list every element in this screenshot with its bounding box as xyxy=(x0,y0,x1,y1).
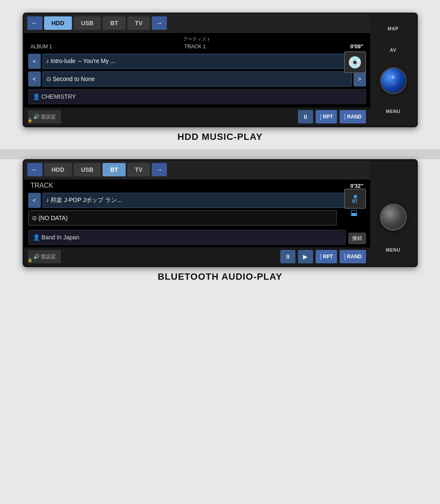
bt-volume-knob[interactable] xyxy=(380,204,407,231)
bt-track-time-row: TRACK 0′32″ xyxy=(24,179,370,190)
bt-song-title-field: ♪ 邦楽 J-POP Jポップ ラン... xyxy=(42,193,352,208)
pause-btn[interactable]: ⏸ xyxy=(298,110,313,123)
bottom-device: ← HDD USB BT TV → TRACK 0′32″ < ♪ 邦楽 J-P… xyxy=(23,159,418,267)
top-tab-bar: ← HDD USB BT TV → xyxy=(24,14,370,33)
bt-tab-left-arrow[interactable]: ← xyxy=(27,163,42,176)
volume-plus: + xyxy=(391,74,395,81)
bt-tab-tv[interactable]: TV xyxy=(127,163,150,176)
tab-left-arrow[interactable]: ← xyxy=(27,16,42,30)
bt-bottom-bar: 🔊 音設定 ⏸ ▶ RPT RAND xyxy=(24,247,370,266)
top-screen: ← HDD USB BT TV → アーティスト ALBUM 1 TRACK 1… xyxy=(24,14,370,126)
top-info-area: アーティスト ALBUM 1 TRACK 1 0′09″ xyxy=(24,33,370,51)
rand-btn[interactable]: RAND xyxy=(340,110,366,123)
top-right-panel: MAP AV + − MENU xyxy=(370,14,416,126)
song-row: < ♪ Intro-lude ～You're My ... > 💿 xyxy=(28,54,366,69)
bt-song-row: < ♪ 邦楽 J-POP Jポップ ラン... > 🖥 BT xyxy=(28,193,366,208)
tab-hdd[interactable]: HDD xyxy=(44,16,72,30)
track-info: TRACK 1 xyxy=(184,44,206,50)
tab-usb[interactable]: USB xyxy=(74,16,101,30)
bt-song-title-text: ♪ 邦楽 J-POP Jポップ ラン... xyxy=(46,197,122,204)
bt-track-rows: < ♪ 邦楽 J-POP Jポップ ラン... > 🖥 BT xyxy=(24,190,370,228)
bluetooth-symbol: ⬓ xyxy=(350,208,358,217)
bt-song-prev-btn[interactable]: < xyxy=(28,193,41,208)
map-button[interactable]: MAP xyxy=(385,24,402,33)
tab-right-arrow[interactable]: → xyxy=(152,16,167,30)
track-info-row: ALBUM 1 TRACK 1 0′09″ xyxy=(31,43,364,50)
model-text: NH2D-W625 xyxy=(28,120,50,124)
top-device: ← HDD USB BT TV → アーティスト ALBUM 1 TRACK 1… xyxy=(23,13,418,127)
bt-artist-row: 👤 Band In Japan xyxy=(28,230,346,245)
bt-time-display: 0′32″ xyxy=(338,183,364,189)
bt-tab-right-arrow[interactable]: → xyxy=(152,163,167,176)
bt-artist-connect-row: 👤 Band In Japan 接続 xyxy=(28,230,366,245)
bt-menu-button[interactable]: MENU xyxy=(382,246,403,254)
top-device-label: HDD MUSIC-PLAY xyxy=(177,131,263,142)
rpt-btn[interactable]: RPT xyxy=(316,110,337,123)
bt-artist-text: 👤 Band In Japan xyxy=(33,234,79,241)
av-button[interactable]: AV xyxy=(387,46,400,54)
bt-pause-btn[interactable]: ⏸ xyxy=(280,250,295,263)
volume-minus: − xyxy=(391,81,395,87)
bottom-tab-bar: ← HDD USB BT TV → xyxy=(24,160,370,179)
song-title-field: ♪ Intro-lude ～You're My ... xyxy=(42,54,352,69)
bottom-device-label: BLUETOOTH AUDIO-PLAY xyxy=(158,271,282,282)
divider xyxy=(0,149,440,159)
bt-box-symbol: 🖥 xyxy=(353,194,357,199)
album-row: < ⊙ Second to None > xyxy=(28,71,366,87)
bt-rand-btn[interactable]: RAND xyxy=(340,250,366,263)
tab-bt[interactable]: BT xyxy=(103,16,126,30)
track-rows: < ♪ Intro-lude ～You're My ... > 💿 < ⊙ Se… xyxy=(24,51,370,89)
time-display: 0′09″ xyxy=(338,43,363,50)
bt-model-text: NH2D-W625 xyxy=(28,260,50,264)
bt-tab-usb[interactable]: USB xyxy=(74,163,101,176)
bt-icon-area: 🖥 BT xyxy=(344,189,366,209)
top-bottom-bar: 🔊 音設定 ⏸ RPT RAND xyxy=(24,108,370,126)
tab-tv[interactable]: TV xyxy=(127,16,150,30)
bt-album-field: ⊙ (NO DATA) xyxy=(28,210,337,226)
bt-rpt-btn[interactable]: RPT xyxy=(316,250,337,263)
bottom-screen: ← HDD USB BT TV → TRACK 0′32″ < ♪ 邦楽 J-P… xyxy=(24,160,370,266)
album-title-text: ⊙ Second to None xyxy=(46,76,95,82)
bt-tab-bt[interactable]: BT xyxy=(103,163,126,176)
bt-label: BT xyxy=(352,199,358,204)
artist-label: アーティスト xyxy=(31,36,364,42)
album-next-btn[interactable]: > xyxy=(353,71,366,87)
album-prev-btn[interactable]: < xyxy=(28,71,41,87)
album-info: ALBUM 1 xyxy=(31,44,52,50)
bt-album-row: ⊙ (NO DATA) ⬓ : xyxy=(28,210,366,226)
menu-button[interactable]: MENU xyxy=(382,107,403,116)
bt-track-label: TRACK xyxy=(31,182,53,189)
artist-text: 👤 CHEMISTRY xyxy=(33,93,76,100)
bt-box-icon: 🖥 BT xyxy=(344,189,366,209)
bottom-right-panel: MENU xyxy=(370,160,416,266)
song-prev-btn[interactable]: < xyxy=(28,54,41,69)
bt-symbol-area: ⬓ : xyxy=(350,208,361,217)
bt-play-btn[interactable]: ▶ xyxy=(298,250,313,263)
volume-knob[interactable]: + − xyxy=(380,67,407,94)
bt-connect-btn[interactable]: 接続 xyxy=(348,233,366,244)
disk-icon: 💿 xyxy=(344,51,366,73)
artist-row: 👤 CHEMISTRY xyxy=(28,89,366,104)
bt-signal-dot: : xyxy=(360,211,361,216)
song-title-text: ♪ Intro-lude ～You're My ... xyxy=(46,58,116,65)
bt-tab-hdd[interactable]: HDD xyxy=(44,163,72,176)
album-title-field: ⊙ Second to None xyxy=(42,71,352,87)
disk-icon-area: 💿 xyxy=(344,51,366,73)
bt-album-text: ⊙ (NO DATA) xyxy=(32,215,68,221)
